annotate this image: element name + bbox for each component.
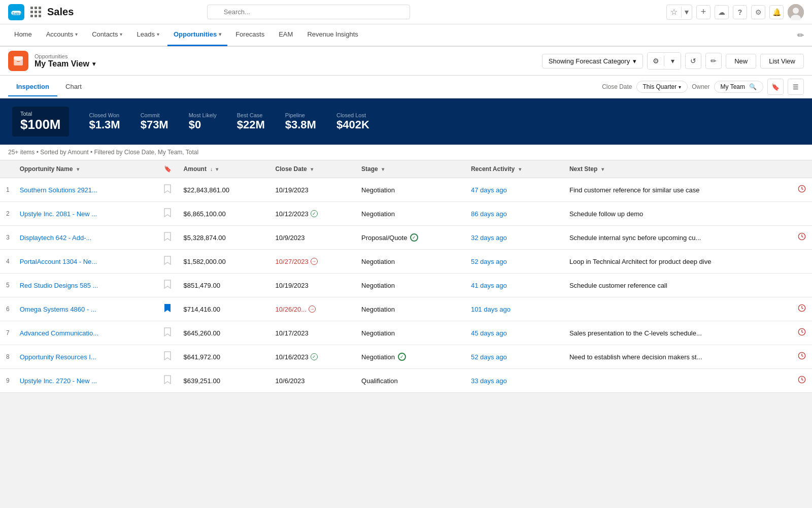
opportunity-name-link[interactable]: Southern Solutions 2921... bbox=[20, 186, 97, 194]
cloud-icon[interactable]: ☁ bbox=[715, 5, 729, 19]
opportunity-name-link[interactable]: PortalAccount 1304 - Ne... bbox=[20, 258, 97, 265]
refresh-button[interactable]: ↺ bbox=[685, 53, 701, 69]
opportunity-name-link[interactable]: Omega Systems 4860 - ... bbox=[20, 306, 96, 313]
bookmark-icon[interactable] bbox=[164, 210, 171, 219]
recent-activity-link[interactable]: 52 days ago bbox=[471, 258, 507, 265]
recent-activity-link[interactable]: 52 days ago bbox=[471, 353, 507, 361]
opportunity-name-link[interactable]: Opportunity Resources I... bbox=[20, 353, 96, 361]
opportunity-name-cell: Advanced Communicatio... bbox=[14, 321, 158, 345]
add-icon[interactable]: + bbox=[696, 5, 710, 19]
opportunity-name-cell: Opportunity Resources I... bbox=[14, 345, 158, 369]
close-date-cell: 10/27/2023 → bbox=[269, 250, 355, 274]
col-close-date[interactable]: Close Date ▾ bbox=[269, 160, 355, 178]
recent-activity-link[interactable]: 32 days ago bbox=[471, 234, 507, 242]
clock-icon[interactable] bbox=[798, 304, 806, 314]
nav-leads[interactable]: Leads ▾ bbox=[130, 24, 165, 46]
notifications-icon[interactable]: 🔔 bbox=[769, 5, 784, 19]
nav-opportunities[interactable]: Opportunities ▾ bbox=[167, 24, 227, 46]
bookmark-icon[interactable] bbox=[164, 353, 171, 362]
col-opportunity-name[interactable]: Opportunity Name ▾ bbox=[14, 160, 158, 178]
view-name[interactable]: My Team View ▾ bbox=[35, 59, 95, 69]
star-chevron-icon[interactable]: ▾ bbox=[682, 5, 692, 19]
amount-chevron-icon: ▾ bbox=[216, 166, 218, 172]
col-bookmark: 🔖 bbox=[158, 160, 178, 178]
opportunity-name-cell: Displaytech 642 - Add-... bbox=[14, 226, 158, 250]
recent-activity-link[interactable]: 47 days ago bbox=[471, 186, 507, 194]
settings-button[interactable]: ⚙ bbox=[648, 53, 664, 69]
recent-activity-link[interactable]: 45 days ago bbox=[471, 329, 507, 337]
nav-revenue-insights[interactable]: Revenue Insights bbox=[301, 24, 364, 46]
bookmark-icon[interactable] bbox=[164, 306, 171, 314]
opportunity-name-sort-icon: ▾ bbox=[77, 166, 79, 172]
opportunity-name-link[interactable]: Upstyle Inc. 2081 - New ... bbox=[20, 210, 97, 218]
close-date-filter-button[interactable]: This Quarter ▾ bbox=[636, 81, 688, 93]
tab-inspection[interactable]: Inspection bbox=[8, 78, 57, 96]
clock-icon[interactable] bbox=[798, 328, 806, 338]
settings-chevron-button[interactable]: ▾ bbox=[664, 53, 681, 69]
row-number: 9 bbox=[0, 369, 14, 393]
stat-best-case: Best Case $22M bbox=[237, 112, 265, 131]
opportunity-name-link[interactable]: Displaytech 642 - Add-... bbox=[20, 234, 92, 242]
bookmark-icon[interactable] bbox=[164, 377, 171, 386]
col-recent-activity[interactable]: Recent Activity ▾ bbox=[465, 160, 563, 178]
col-next-step[interactable]: Next Step ▾ bbox=[563, 160, 812, 178]
clock-icon[interactable] bbox=[798, 232, 806, 243]
opportunity-name-link[interactable]: Advanced Communicatio... bbox=[20, 329, 98, 337]
top-bar-actions: ☆ ▾ + ☁ ? ⚙ 🔔 bbox=[666, 4, 804, 20]
tabs: Inspection Chart bbox=[8, 78, 90, 96]
next-step-content: Schedule internal sync before upcoming c… bbox=[569, 232, 806, 243]
bookmark-icon[interactable] bbox=[164, 186, 171, 195]
date-check-icon: ✓ bbox=[311, 353, 318, 360]
view-dropdown-icon[interactable]: ▾ bbox=[92, 60, 95, 67]
nav-accounts[interactable]: Accounts ▾ bbox=[40, 24, 84, 46]
recent-activity-link[interactable]: 41 days ago bbox=[471, 282, 507, 289]
app-grid-icon[interactable] bbox=[30, 7, 41, 17]
nav-edit-icon[interactable]: ✏ bbox=[797, 30, 804, 40]
nav-forecasts[interactable]: Forecasts bbox=[229, 24, 270, 46]
svg-point-7 bbox=[793, 8, 799, 14]
bookmark-icon[interactable] bbox=[164, 282, 171, 290]
stage-value: Negotiation bbox=[361, 186, 395, 194]
nav-home[interactable]: Home bbox=[8, 24, 38, 46]
tab-chart[interactable]: Chart bbox=[57, 78, 90, 96]
bookmark-filter-button[interactable]: 🔖 bbox=[767, 79, 784, 95]
recent-activity-link[interactable]: 33 days ago bbox=[471, 377, 507, 385]
stat-pipeline: Pipeline $3.8M bbox=[285, 112, 316, 131]
help-icon[interactable]: ? bbox=[733, 5, 747, 19]
owner-filter-button[interactable]: My Team 🔍 bbox=[714, 81, 763, 93]
nav-contacts[interactable]: Contacts ▾ bbox=[86, 24, 128, 46]
settings-icon[interactable]: ⚙ bbox=[751, 5, 765, 19]
opportunity-name-link[interactable]: Upstyle Inc. 2720 - New ... bbox=[20, 377, 97, 385]
star-icon[interactable]: ☆ bbox=[667, 5, 681, 19]
nav-eam[interactable]: EAM bbox=[273, 24, 299, 46]
forecast-category-button[interactable]: Showing Forecast Category ▾ bbox=[542, 54, 643, 69]
contacts-chevron-icon: ▾ bbox=[120, 31, 122, 37]
bookmark-icon[interactable] bbox=[164, 329, 171, 338]
col-amount[interactable]: Amount ↓ ▾ bbox=[178, 160, 269, 178]
recent-activity-cell: 45 days ago bbox=[465, 321, 563, 345]
list-view-button[interactable]: List View bbox=[760, 54, 804, 69]
new-button[interactable]: New bbox=[726, 54, 756, 69]
edit-button[interactable]: ✏ bbox=[705, 53, 722, 69]
date-arrow-icon: → bbox=[309, 306, 316, 313]
clock-icon[interactable] bbox=[798, 185, 806, 195]
salesforce-logo: Sales bbox=[8, 4, 24, 20]
leads-chevron-icon: ▾ bbox=[157, 31, 159, 37]
avatar[interactable] bbox=[788, 4, 804, 20]
bookmark-cell bbox=[158, 178, 178, 202]
recent-activity-link[interactable]: 86 days ago bbox=[471, 210, 507, 218]
clock-icon[interactable] bbox=[798, 376, 806, 386]
clock-icon[interactable] bbox=[798, 352, 806, 362]
opportunity-name-cell: Red Studio Designs 585 ... bbox=[14, 274, 158, 297]
search-input[interactable] bbox=[207, 5, 410, 19]
recent-activity-link[interactable]: 101 days ago bbox=[471, 306, 511, 313]
amount-cell: $5,328,874.00 bbox=[178, 226, 269, 250]
table-row: 5Red Studio Designs 585 ...$851,479.0010… bbox=[0, 274, 812, 297]
close-date-value: 10/16/2023 ✓ bbox=[276, 353, 349, 361]
opportunity-name-link[interactable]: Red Studio Designs 585 ... bbox=[20, 282, 98, 289]
filter-list-button[interactable]: ☰ bbox=[788, 79, 804, 95]
bookmark-icon[interactable] bbox=[164, 234, 171, 243]
col-num bbox=[0, 160, 14, 178]
col-stage[interactable]: Stage ▾ bbox=[355, 160, 465, 178]
bookmark-icon[interactable] bbox=[164, 258, 171, 266]
